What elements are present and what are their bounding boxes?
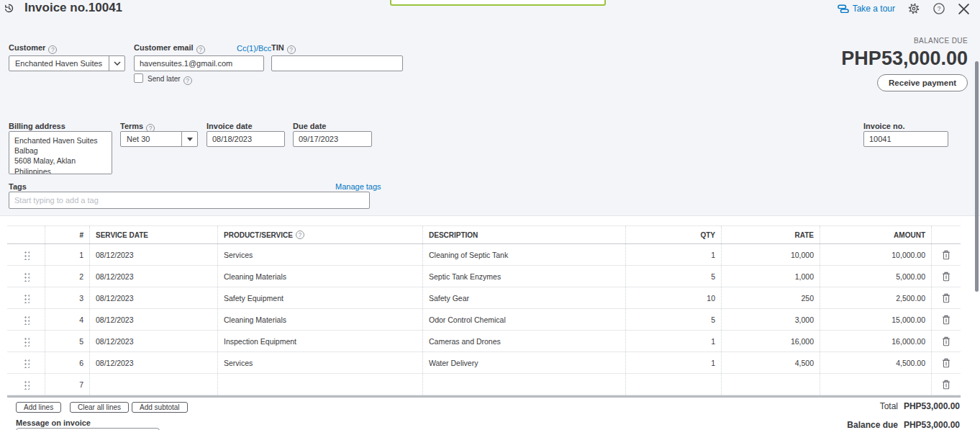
- invoice-no-input[interactable]: [863, 131, 948, 147]
- row-amount[interactable]: 15,000.00: [820, 309, 932, 330]
- product-service-help-icon[interactable]: [296, 230, 304, 239]
- delete-row-button[interactable]: [940, 378, 952, 391]
- row-service-date[interactable]: 08/12/2023: [90, 287, 218, 308]
- line-item-row: 5 08/12/2023 Inspection Equipment Camera…: [7, 331, 961, 352]
- row-rate[interactable]: 16,000: [722, 331, 820, 351]
- drag-handle[interactable]: [7, 352, 45, 373]
- vertical-scrollbar-thumb[interactable]: [975, 61, 979, 292]
- row-qty[interactable]: 5: [626, 266, 722, 287]
- row-number: 7: [45, 374, 90, 395]
- tags-input[interactable]: [9, 192, 370, 209]
- drag-handle[interactable]: [7, 309, 45, 330]
- add-subtotal-button[interactable]: Add subtotal: [132, 402, 188, 413]
- terms-select-caret[interactable]: [181, 132, 197, 146]
- row-product-service[interactable]: Safety Equipment: [218, 287, 423, 308]
- row-rate[interactable]: 10,000: [722, 244, 820, 265]
- take-a-tour-link[interactable]: Take a tour: [838, 4, 895, 14]
- customer-help-icon[interactable]: [48, 45, 57, 54]
- balance-due-footer-value: PHP53,000.00: [904, 420, 960, 430]
- row-rate[interactable]: 3,000: [722, 309, 820, 330]
- row-amount[interactable]: [820, 374, 932, 395]
- help-icon[interactable]: ?: [933, 2, 945, 15]
- delete-row-button[interactable]: [940, 292, 952, 305]
- row-description[interactable]: Water Delivery: [423, 352, 626, 373]
- cc-bcc-link[interactable]: Cc(1)/Bcc: [237, 44, 271, 53]
- row-number: 6: [45, 352, 90, 373]
- customer-email-input[interactable]: [134, 55, 264, 71]
- clear-all-lines-button[interactable]: Clear all lines: [70, 402, 129, 413]
- row-qty[interactable]: 1: [626, 331, 722, 351]
- row-rate[interactable]: [722, 374, 820, 395]
- send-later-checkbox[interactable]: [134, 73, 143, 83]
- customer-select-chevron[interactable]: [109, 56, 124, 71]
- row-description[interactable]: Cameras and Drones: [423, 331, 626, 351]
- delete-row-button[interactable]: [940, 357, 952, 369]
- gear-icon[interactable]: [907, 2, 920, 15]
- drag-handle[interactable]: [7, 244, 45, 265]
- close-icon[interactable]: [958, 3, 970, 15]
- terms-select[interactable]: Net 30: [120, 131, 198, 147]
- row-service-date[interactable]: 08/12/2023: [90, 244, 218, 265]
- billing-address-textarea[interactable]: Enchanted Haven Suites Balbag 5608 Malay…: [9, 131, 112, 174]
- row-product-service[interactable]: Services: [218, 244, 423, 265]
- send-later-help-icon[interactable]: [183, 76, 192, 85]
- row-product-service[interactable]: Cleaning Materials: [218, 266, 423, 287]
- delete-row-button[interactable]: [940, 335, 952, 348]
- col-amount: AMOUNT: [820, 226, 932, 243]
- row-product-service[interactable]: Services: [218, 352, 423, 373]
- row-number: 2: [45, 266, 90, 287]
- line-item-row: 4 08/12/2023 Cleaning Materials Odor Con…: [7, 309, 961, 331]
- row-description[interactable]: Odor Control Chemical: [423, 309, 626, 330]
- row-product-service[interactable]: [218, 374, 423, 395]
- row-amount[interactable]: 16,000.00: [820, 331, 932, 351]
- row-amount[interactable]: 4,500.00: [820, 352, 932, 373]
- row-service-date[interactable]: 08/12/2023: [90, 266, 218, 287]
- row-service-date[interactable]: 08/12/2023: [90, 331, 218, 351]
- row-description[interactable]: [423, 374, 626, 395]
- row-amount[interactable]: 2,500.00: [820, 287, 932, 308]
- row-qty[interactable]: 5: [626, 309, 722, 330]
- col-qty: QTY: [626, 226, 722, 243]
- row-number: 5: [45, 331, 90, 351]
- row-amount[interactable]: 5,000.00: [820, 266, 932, 287]
- row-amount[interactable]: 10,000.00: [820, 244, 932, 265]
- receive-payment-button[interactable]: Receive payment: [877, 74, 968, 91]
- delete-row-button[interactable]: [940, 313, 952, 326]
- row-description[interactable]: Septic Tank Enzymes: [423, 266, 626, 287]
- email-help-icon[interactable]: [196, 45, 205, 54]
- form-background: [0, 0, 980, 216]
- row-service-date[interactable]: 08/12/2023: [90, 352, 218, 373]
- row-rate[interactable]: 1,000: [722, 266, 820, 287]
- tin-help-icon[interactable]: [287, 45, 296, 54]
- row-qty[interactable]: 10: [626, 287, 722, 308]
- row-description[interactable]: Cleaning of Septic Tank: [423, 244, 626, 265]
- delete-row-button[interactable]: [940, 270, 952, 283]
- delete-row-button[interactable]: [940, 248, 952, 261]
- drag-handle[interactable]: [7, 374, 45, 395]
- drag-handle[interactable]: [7, 331, 45, 351]
- row-product-service[interactable]: Inspection Equipment: [218, 331, 423, 351]
- row-qty[interactable]: 1: [626, 244, 722, 265]
- row-service-date[interactable]: [90, 374, 218, 395]
- row-rate[interactable]: 250: [722, 287, 820, 308]
- row-rate[interactable]: 4,500: [722, 352, 820, 373]
- history-icon[interactable]: [4, 3, 14, 17]
- add-lines-button[interactable]: Add lines: [16, 402, 61, 413]
- drag-handle[interactable]: [7, 287, 45, 308]
- invoice-date-input[interactable]: [207, 131, 285, 147]
- due-date-input[interactable]: [293, 131, 372, 147]
- row-service-date[interactable]: 08/12/2023: [90, 309, 218, 330]
- row-description[interactable]: Safety Gear: [423, 287, 626, 308]
- row-product-service[interactable]: Cleaning Materials: [218, 309, 423, 330]
- row-qty[interactable]: [626, 374, 722, 395]
- tin-input[interactable]: [271, 55, 403, 71]
- manage-tags-link[interactable]: Manage tags: [335, 182, 381, 191]
- total-value: PHP53,000.00: [904, 401, 960, 411]
- take-a-tour-label: Take a tour: [853, 4, 895, 14]
- drag-handle-icon: [23, 358, 30, 368]
- row-qty[interactable]: 1: [626, 352, 722, 373]
- drag-handle[interactable]: [7, 266, 45, 287]
- trash-icon: [942, 272, 950, 282]
- trash-icon: [942, 250, 950, 260]
- customer-select[interactable]: Enchanted Haven Suites: [9, 55, 125, 71]
